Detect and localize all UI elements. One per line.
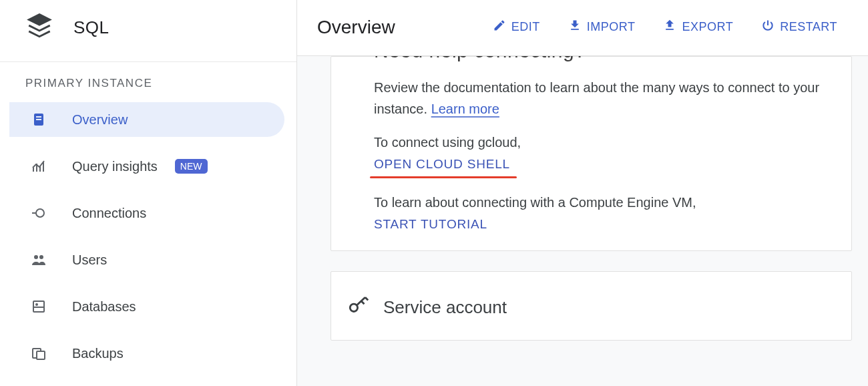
svg-rect-1 [36,116,41,118]
nav-label: Connections [72,206,146,221]
nav-list: Overview Query insights NEW Connections [0,100,296,371]
learn-more-link[interactable]: Learn more [431,102,499,116]
vm-text: To learn about connecting with a Compute… [374,192,822,213]
restart-icon [761,19,775,35]
chart-icon [31,158,47,174]
edit-button[interactable]: EDIT [482,13,551,41]
help-connecting-card: Need help connecting? Review the documen… [331,56,852,251]
export-icon [663,19,676,35]
sidebar-item-backups[interactable]: Backups [0,336,296,371]
button-label: EDIT [511,20,540,34]
link-label: OPEN CLOUD SHELL [374,157,510,171]
svg-rect-2 [36,119,41,120]
toolbar: Overview EDIT IMPORT EXPORT [297,0,868,56]
svg-rect-9 [37,351,45,359]
sidebar-item-overview[interactable]: Overview [9,102,284,137]
red-underline-annotation [370,176,517,178]
sidebar-item-query-insights[interactable]: Query insights NEW [0,149,296,184]
nav-label: Databases [72,299,136,315]
stack-logo-icon [25,12,53,43]
button-label: RESTART [780,20,837,34]
service-account-title: Service account [383,297,507,318]
main: Overview EDIT IMPORT EXPORT [297,0,868,386]
button-label: EXPORT [682,20,733,34]
users-icon [31,252,47,268]
key-icon [347,295,370,320]
card-body: Review the documentation to learn about … [374,77,822,232]
svg-point-4 [34,255,38,259]
backup-icon [31,345,47,361]
new-badge: NEW [175,159,208,174]
open-cloud-shell-link[interactable]: OPEN CLOUD SHELL [374,157,510,172]
product-title: SQL [73,17,110,38]
start-tutorial-link[interactable]: START TUTORIAL [374,217,487,232]
pencil-icon [493,19,506,35]
content-area: Need help connecting? Review the documen… [297,56,868,386]
sidebar-header: SQL [0,0,296,61]
nav-label: Users [72,252,107,268]
sidebar-item-users[interactable]: Users [0,242,296,277]
svg-point-5 [39,255,43,259]
button-label: IMPORT [587,20,636,34]
restart-button[interactable]: RESTART [750,13,848,41]
import-button[interactable]: IMPORT [558,13,646,41]
card-heading: Need help connecting? [374,56,822,65]
import-icon [568,19,582,35]
svg-point-10 [350,304,357,311]
nav-label: Query insights [72,159,158,174]
review-text: Review the documentation to learn about … [374,77,822,120]
sidebar: SQL PRIMARY INSTANCE Overview Query insi… [0,0,297,386]
page-icon [31,112,47,128]
database-icon [31,299,47,315]
svg-point-7 [36,304,37,305]
service-account-card: Service account [331,271,852,341]
svg-point-3 [36,209,44,217]
sidebar-item-databases[interactable]: Databases [0,289,296,324]
nav-label: Backups [72,346,124,361]
gcloud-text: To connect using gcloud, [374,132,822,153]
page-title: Overview [317,17,395,38]
nav-label: Overview [72,112,128,128]
section-label: PRIMARY INSTANCE [0,62,296,100]
export-button[interactable]: EXPORT [652,13,744,41]
plug-icon [31,205,47,221]
sidebar-item-connections[interactable]: Connections [0,196,296,230]
